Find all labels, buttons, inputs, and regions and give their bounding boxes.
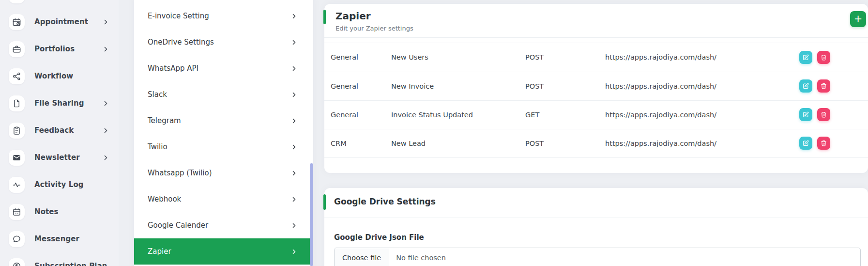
sidebar-item-label: Activity Log bbox=[34, 180, 84, 189]
sidebar-item-messenger[interactable]: Messenger bbox=[0, 225, 119, 252]
panel-accent-bar bbox=[323, 10, 326, 24]
clipboard-icon bbox=[9, 123, 25, 139]
delete-button[interactable] bbox=[817, 79, 830, 93]
chevron-right-icon bbox=[291, 144, 297, 150]
webhook-url: https://apps.rajodiya.com/dash/ bbox=[605, 72, 794, 100]
delete-button[interactable] bbox=[817, 51, 830, 64]
webhook-event: New Invoice bbox=[391, 72, 525, 100]
chevron-right-icon bbox=[291, 65, 297, 72]
sidebar-item-label: Portfolios bbox=[34, 45, 75, 53]
webhook-module: CRM bbox=[324, 129, 391, 157]
chevron-right-icon bbox=[291, 170, 297, 176]
sidebar-item-label: Workflow bbox=[34, 72, 73, 80]
sidebar-list: Appointment Portfolios Workflow File Sha… bbox=[0, 8, 119, 266]
share-nodes-icon bbox=[9, 68, 25, 84]
chevron-right-icon bbox=[291, 13, 297, 19]
sidebar-item-activity-log[interactable]: Activity Log bbox=[0, 171, 119, 198]
edit-button[interactable] bbox=[799, 137, 812, 150]
settings-menu-item-whatsapp-twilio[interactable]: Whatsapp (Twilio) bbox=[134, 160, 313, 186]
webhook-method: POST bbox=[525, 129, 605, 157]
sidebar-item-workflow[interactable]: Workflow bbox=[0, 63, 119, 90]
webhook-module: General bbox=[324, 72, 391, 100]
settings-menu-item-onedrive-settings[interactable]: OneDrive Settings bbox=[134, 29, 313, 55]
clipped-sidebar-icon-tile bbox=[9, 0, 25, 3]
sidebar-item-label: File Sharing bbox=[34, 99, 84, 108]
webhook-row: General Invoice Status Updated GET https… bbox=[324, 100, 868, 129]
webhook-row: General New Invoice POST https://apps.ra… bbox=[324, 72, 868, 100]
sidebar: Appointment Portfolios Workflow File Sha… bbox=[0, 0, 119, 266]
settings-menu-item-label: OneDrive Settings bbox=[148, 38, 214, 47]
edit-button[interactable] bbox=[799, 79, 812, 93]
chevron-right-icon bbox=[291, 92, 297, 98]
coin-icon bbox=[9, 258, 25, 266]
chevron-right-icon bbox=[103, 100, 109, 107]
chevron-right-icon bbox=[103, 155, 109, 161]
settings-menu-item-google-calender[interactable]: Google Calender bbox=[134, 212, 313, 238]
sidebar-item-label: Notes bbox=[34, 207, 59, 216]
chevron-right-icon bbox=[103, 46, 109, 52]
webhook-method: POST bbox=[525, 72, 605, 100]
sidebar-item-label: Appointment bbox=[34, 17, 88, 26]
panel-title: Google Drive Settings bbox=[334, 197, 858, 206]
choose-file-button[interactable]: Choose file bbox=[335, 248, 389, 266]
panel-accent-bar bbox=[323, 194, 326, 210]
webhook-row: General New Users POST https://apps.rajo… bbox=[324, 43, 868, 72]
settings-menu-item-label: Webhook bbox=[148, 195, 181, 203]
sidebar-item-appointment[interactable]: Appointment bbox=[0, 8, 119, 35]
settings-menu-item-label: Slack bbox=[148, 90, 167, 99]
webhook-module: General bbox=[324, 100, 391, 129]
sidebar-item-subscription-plan[interactable]: Subscription Plan bbox=[0, 252, 119, 266]
json-file-input[interactable]: Choose file No file chosen bbox=[334, 248, 861, 266]
settings-menu-item-twilio[interactable]: Twilio bbox=[134, 134, 313, 160]
edit-button[interactable] bbox=[799, 51, 812, 64]
google-drive-panel: Google Drive Settings Google Drive Json … bbox=[324, 188, 868, 266]
chevron-right-icon bbox=[103, 127, 109, 134]
settings-menu-item-label: WhatsApp API bbox=[148, 64, 198, 73]
settings-menu-item-label: Telegram bbox=[148, 116, 181, 125]
settings-menu-item-label: E-invoice Setting bbox=[148, 12, 209, 20]
webhook-method: POST bbox=[525, 43, 605, 72]
chevron-right-icon bbox=[291, 118, 297, 124]
webhook-url: https://apps.rajodiya.com/dash/ bbox=[605, 100, 794, 129]
chevron-right-icon bbox=[291, 222, 297, 229]
settings-menu-item-zapier[interactable]: Zapier bbox=[134, 238, 313, 265]
delete-button[interactable] bbox=[817, 137, 830, 150]
no-file-chosen-text: No file chosen bbox=[396, 254, 446, 262]
settings-menu-item-label: Zapier bbox=[148, 247, 171, 256]
sidebar-item-feedback[interactable]: Feedback bbox=[0, 117, 119, 144]
sidebar-item-label: Subscription Plan bbox=[34, 262, 107, 266]
chevron-right-icon bbox=[291, 249, 297, 255]
webhook-url: https://apps.rajodiya.com/dash/ bbox=[605, 43, 794, 72]
settings-menu-item-webhook[interactable]: Webhook bbox=[134, 186, 313, 212]
webhook-event: New Lead bbox=[391, 129, 525, 157]
menu-scrollbar-thumb[interactable] bbox=[310, 163, 313, 266]
settings-menu-list: E-invoice Setting OneDrive Settings What… bbox=[134, 3, 313, 265]
add-webhook-button[interactable]: + bbox=[850, 11, 866, 27]
webhook-module: General bbox=[324, 43, 391, 72]
sidebar-item-label: Feedback bbox=[34, 126, 74, 135]
settings-menu-item-e-invoice-setting[interactable]: E-invoice Setting bbox=[134, 3, 313, 29]
sidebar-item-newsletter[interactable]: Newsletter bbox=[0, 144, 119, 171]
settings-menu-item-label: Google Calender bbox=[148, 221, 208, 230]
panel-title: Zapier bbox=[335, 10, 858, 22]
sidebar-item-label: Messenger bbox=[34, 235, 79, 243]
sidebar-item-notes[interactable]: Notes bbox=[0, 198, 119, 225]
sidebar-item-portfolios[interactable]: Portfolios bbox=[0, 35, 119, 63]
webhook-method: GET bbox=[525, 100, 605, 129]
calendar-clock-icon bbox=[9, 14, 25, 30]
sidebar-item-label: Newsletter bbox=[34, 153, 80, 162]
webhook-row: CRM New Lead POST https://apps.rajodiya.… bbox=[324, 129, 868, 157]
sidebar-item-file-sharing[interactable]: File Sharing bbox=[0, 90, 119, 117]
zapier-panel-header: Zapier Edit your Zapier settings bbox=[324, 4, 868, 38]
settings-menu-item-slack[interactable]: Slack bbox=[134, 81, 313, 108]
activity-icon bbox=[9, 177, 25, 193]
settings-menu-item-whatsapp-api[interactable]: WhatsApp API bbox=[134, 55, 313, 81]
delete-button[interactable] bbox=[817, 108, 830, 121]
settings-menu-item-telegram[interactable]: Telegram bbox=[134, 108, 313, 134]
webhooks-table-wrap: General New Users POST https://apps.rajo… bbox=[324, 43, 868, 158]
chevron-right-icon bbox=[103, 19, 109, 25]
calendar-icon bbox=[9, 204, 25, 220]
chevron-right-icon bbox=[291, 39, 297, 46]
file-icon bbox=[9, 95, 25, 111]
edit-button[interactable] bbox=[799, 108, 812, 121]
